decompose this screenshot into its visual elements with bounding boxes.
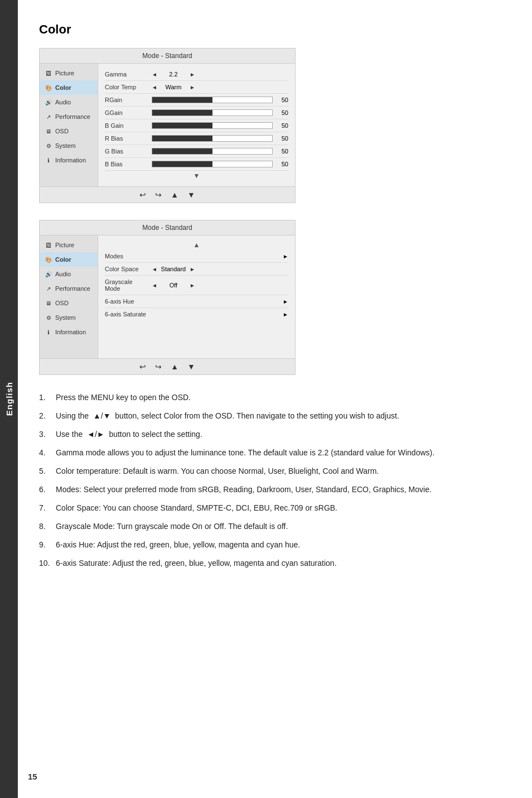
page-number: 15 — [28, 772, 37, 781]
osd1-down-btn[interactable]: ▼ — [187, 190, 195, 199]
instruction-8-number: 8. — [39, 521, 56, 532]
osd2-performance-label: Performance — [55, 285, 90, 292]
osd2-menu-color[interactable]: 🎨 Color — [40, 252, 98, 267]
osd2-system-label: System — [55, 314, 76, 321]
osd1-audio-label: Audio — [55, 99, 71, 105]
instruction-2: 2. Using the ▲/▼ button, select Color fr… — [39, 410, 510, 422]
instruction-7: 7. Color Space: You can choose Standard,… — [39, 502, 510, 514]
osd1-exit-btn[interactable]: ↪ — [155, 190, 162, 199]
osd-icon-2: 🖥 — [44, 299, 53, 307]
osd2-up-btn[interactable]: ▲ — [171, 362, 178, 371]
osd2-row-6hue: 6-axis Hue ► — [105, 295, 288, 308]
6hue-controls: ► — [149, 299, 288, 305]
grayscale-right-arrow[interactable]: ► — [187, 282, 197, 289]
osd1-menu-performance[interactable]: ↗ Performance — [40, 109, 98, 124]
performance-icon: ↗ — [44, 112, 53, 121]
osd2-exit-btn[interactable]: ↪ — [155, 362, 162, 371]
performance-icon-2: ↗ — [44, 284, 53, 293]
rgain-bar-fill — [152, 97, 212, 103]
osd2-row-colorspace: Color Space ◄ Standard ► — [105, 263, 288, 276]
instruction-9-number: 9. — [39, 539, 56, 551]
bgain-bar — [152, 122, 273, 129]
osd-screenshot-1: Mode - Standard 🖼 Picture 🎨 Color 🔊 Audi… — [39, 48, 296, 203]
osd-screenshot-2: Mode - Standard 🖼 Picture 🎨 Color 🔊 Audi… — [39, 220, 296, 375]
instructions-section: 1. Press the MENU key to open the OSD. 2… — [39, 392, 510, 569]
instruction-5: 5. Color temperature: Default is warm. Y… — [39, 465, 510, 477]
bgain-bar-fill — [152, 123, 212, 128]
colorspace-left-arrow[interactable]: ◄ — [149, 266, 159, 272]
osd2-footer: ↩ ↪ ▲ ▼ — [40, 358, 295, 374]
rgain-label: RGain — [105, 97, 149, 103]
osd1-row-rbias: R Bias 50 — [105, 132, 288, 145]
osd2-row-6sat: 6-axis Saturate ► — [105, 308, 288, 320]
osd1-system-label: System — [55, 142, 76, 149]
colortemp-value: Warm — [159, 84, 187, 90]
colorspace-value: Standard — [159, 266, 187, 272]
colortemp-right-arrow[interactable]: ► — [187, 84, 197, 90]
osd1-up-btn[interactable]: ▲ — [171, 190, 178, 199]
colortemp-left-arrow[interactable]: ◄ — [149, 84, 159, 90]
instruction-3-text: Use the ◄/► button to select the setting… — [56, 429, 510, 440]
instruction-3-number: 3. — [39, 429, 56, 440]
osd2-body: 🖼 Picture 🎨 Color 🔊 Audio ↗ Performance … — [40, 235, 295, 358]
picture-icon-2: 🖼 — [44, 241, 53, 249]
colortemp-label: Color Temp — [105, 84, 149, 90]
instruction-7-number: 7. — [39, 502, 56, 514]
osd2-back-btn[interactable]: ↩ — [139, 362, 146, 371]
instruction-3: 3. Use the ◄/► button to select the sett… — [39, 429, 510, 440]
osd1-footer: ↩ ↪ ▲ ▼ — [40, 186, 295, 203]
osd2-menu-osd[interactable]: 🖥 OSD — [40, 296, 98, 310]
instruction-1: 1. Press the MENU key to open the OSD. — [39, 392, 510, 403]
osd1-sidebar: 🖼 Picture 🎨 Color 🔊 Audio ↗ Performance … — [40, 64, 98, 186]
osd1-performance-label: Performance — [55, 113, 90, 120]
ggain-value: 50 — [275, 109, 288, 116]
instruction-4: 4. Gamma mode allows you to adjust the l… — [39, 447, 510, 459]
colortemp-controls: ◄ Warm ► — [149, 84, 288, 90]
osd1-row-gbias: G Bias 50 — [105, 145, 288, 158]
colorspace-controls: ◄ Standard ► — [149, 266, 288, 272]
modes-controls: ► — [149, 253, 288, 259]
main-content: Color Mode - Standard 🖼 Picture 🎨 Color … — [28, 0, 532, 598]
instruction-5-number: 5. — [39, 465, 56, 477]
grayscale-left-arrow[interactable]: ◄ — [149, 282, 159, 289]
osd2-menu-performance[interactable]: ↗ Performance — [40, 281, 98, 296]
osd2-menu-information[interactable]: ℹ Information — [40, 325, 98, 339]
colorspace-right-arrow[interactable]: ► — [187, 266, 197, 272]
information-icon-2: ℹ — [44, 328, 53, 336]
osd2-menu-audio[interactable]: 🔊 Audio — [40, 267, 98, 281]
osd2-menu-system[interactable]: ⚙ System — [40, 310, 98, 325]
modes-right-arrow[interactable]: ► — [283, 253, 288, 259]
osd2-sidebar: 🖼 Picture 🎨 Color 🔊 Audio ↗ Performance … — [40, 235, 98, 358]
6hue-right-arrow[interactable]: ► — [283, 299, 288, 305]
osd1-menu-picture[interactable]: 🖼 Picture — [40, 66, 98, 80]
bbias-label: B Bias — [105, 161, 149, 167]
osd1-menu-audio[interactable]: 🔊 Audio — [40, 95, 98, 109]
instruction-8: 8. Grayscale Mode: Turn grayscale mode O… — [39, 521, 510, 532]
osd2-row-grayscale: Grayscale Mode ◄ Off ► — [105, 276, 288, 295]
osd1-menu-information[interactable]: ℹ Information — [40, 153, 98, 167]
ggain-bar-fill — [152, 110, 212, 116]
colorspace-label: Color Space — [105, 266, 149, 272]
osd1-menu-osd[interactable]: 🖥 OSD — [40, 124, 98, 138]
rbias-label: R Bias — [105, 135, 149, 142]
gamma-value: 2.2 — [159, 71, 187, 78]
6sat-right-arrow[interactable]: ► — [283, 311, 288, 318]
osd2-menu-picture[interactable]: 🖼 Picture — [40, 238, 98, 252]
osd2-information-label: Information — [55, 329, 86, 335]
osd1-row-colortemp: Color Temp ◄ Warm ► — [105, 81, 288, 94]
osd2-main: ▲ Modes ► Color Space ◄ Standard ► — [98, 235, 295, 358]
information-icon: ℹ — [44, 156, 53, 165]
sidebar-tab: English — [0, 0, 18, 798]
osd2-down-btn[interactable]: ▼ — [187, 362, 195, 371]
bbias-controls: 50 — [149, 161, 288, 167]
bgain-controls: 50 — [149, 122, 288, 129]
gamma-right-arrow[interactable]: ► — [187, 71, 197, 78]
osd1-back-btn[interactable]: ↩ — [139, 190, 146, 199]
osd1-menu-system[interactable]: ⚙ System — [40, 138, 98, 153]
osd1-menu-color[interactable]: 🎨 Color — [40, 80, 98, 95]
gamma-left-arrow[interactable]: ◄ — [149, 71, 159, 78]
bgain-value: 50 — [275, 122, 288, 129]
audio-icon: 🔊 — [44, 98, 53, 107]
grayscale-value: Off — [159, 282, 187, 289]
rgain-controls: 50 — [149, 97, 288, 103]
